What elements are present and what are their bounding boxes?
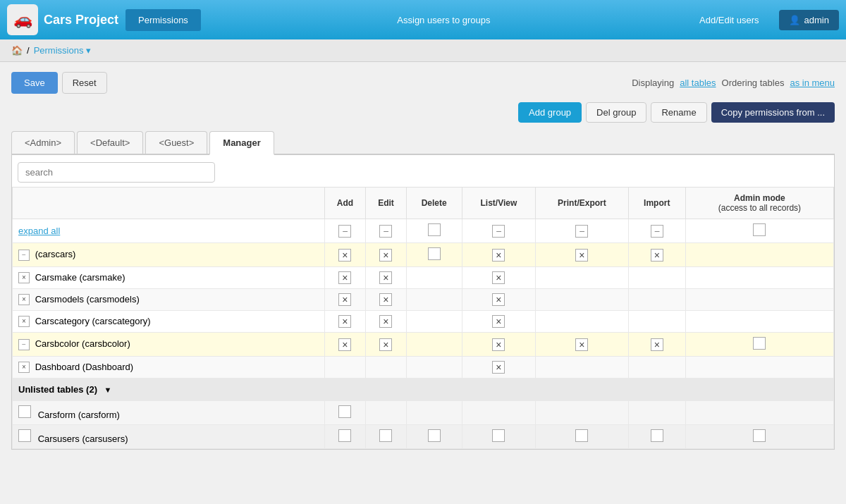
expand-import-cb[interactable] — [651, 225, 663, 238]
table-row: (carscars) — [13, 243, 834, 267]
row-listview-cb[interactable] — [492, 315, 505, 328]
row-add-cb[interactable] — [338, 429, 351, 442]
rename-button[interactable]: Rename — [651, 102, 706, 123]
row-icon — [18, 294, 30, 305]
breadcrumb-sep: / — [27, 45, 30, 56]
save-button[interactable]: Save — [11, 72, 58, 94]
row-import-cb[interactable] — [651, 338, 663, 351]
row-label: Carsusers (carsusers) — [38, 434, 128, 444]
tab-guest[interactable]: <Guest> — [145, 131, 207, 154]
table-row: Dashboard (Dashboard) — [13, 357, 834, 379]
row-edit-cb[interactable] — [379, 293, 392, 306]
tab-manager[interactable]: Manager — [209, 131, 274, 155]
expand-admin-cb[interactable] — [753, 223, 766, 236]
row-admin-cb[interactable] — [753, 337, 766, 350]
row-icon-cb[interactable] — [18, 405, 31, 418]
nav-permissions[interactable]: Permissions — [125, 9, 201, 31]
table-row: Carscategory (carscategory) — [13, 311, 834, 333]
row-label: Carsform (carsform) — [38, 410, 120, 420]
row-icon — [18, 272, 30, 283]
main-content: Save Reset Displaying all tables Orderin… — [0, 62, 846, 460]
ordering-label: Ordering tables — [722, 78, 785, 88]
nav-assign-users[interactable]: Assign users to groups — [384, 9, 503, 31]
all-tables-link[interactable]: all tables — [680, 78, 716, 88]
row-add-cb[interactable] — [338, 249, 351, 262]
row-listview-cb[interactable] — [492, 293, 505, 306]
expand-edit-cb[interactable] — [379, 225, 392, 238]
expand-add-cb[interactable] — [338, 225, 351, 238]
displaying-label: Displaying — [632, 78, 674, 88]
row-import-cb[interactable] — [651, 429, 663, 442]
home-icon[interactable]: 🏠 — [11, 45, 23, 56]
search-wrap — [12, 155, 834, 187]
row-listview-cb[interactable] — [492, 249, 505, 262]
table-row: Carsbcolor (carsbcolor) — [13, 333, 834, 357]
row-add-cb[interactable] — [338, 338, 351, 351]
row-listview-cb[interactable] — [492, 429, 505, 442]
expand-printexport-cb[interactable] — [575, 225, 588, 238]
row-icon — [18, 316, 30, 327]
tab-default[interactable]: <Default> — [77, 131, 143, 154]
row-icon — [18, 250, 30, 261]
col-header-admin: Admin mode(access to all records) — [685, 188, 833, 219]
row-delete-cb[interactable] — [428, 247, 441, 260]
row-label: Carscategory (carscategory) — [35, 316, 151, 326]
row-delete-cb[interactable] — [428, 429, 441, 442]
copy-permissions-button[interactable]: Copy permissions from ... — [711, 102, 835, 123]
col-header-table — [13, 188, 325, 219]
row-printexport-cb[interactable] — [575, 338, 588, 351]
row-printexport-cb[interactable] — [575, 429, 588, 442]
tab-admin[interactable]: <Admin> — [11, 131, 75, 154]
table-row: Carsform (carsform) — [13, 401, 834, 425]
user-icon: 👤 — [789, 15, 800, 25]
tab-bar: <Admin> <Default> <Guest> Manager — [11, 131, 835, 155]
row-icon-cb[interactable] — [18, 429, 31, 442]
row-label: Dashboard (Dashboard) — [35, 362, 133, 372]
col-header-delete: Delete — [406, 188, 462, 219]
admin-label: admin — [804, 15, 829, 25]
expand-listview-cb[interactable] — [492, 225, 505, 238]
row-listview-cb[interactable] — [492, 361, 505, 374]
row-label: Carsmodels (carsmodels) — [35, 294, 140, 305]
toolbar-left: Save Reset — [11, 72, 107, 94]
toolbar-right: Displaying all tables Ordering tables as… — [632, 78, 835, 88]
admin-menu[interactable]: 👤 admin — [779, 10, 839, 30]
row-label: Carsbcolor (carsbcolor) — [35, 338, 130, 349]
col-header-printexport: Print/Export — [536, 188, 629, 219]
del-group-button[interactable]: Del group — [586, 102, 646, 123]
row-icon — [18, 362, 30, 373]
breadcrumb: 🏠 / Permissions ▾ — [0, 39, 846, 62]
row-edit-cb[interactable] — [379, 315, 392, 328]
permissions-table: Add Edit Delete List/View Print/Export I… — [12, 187, 834, 449]
nav-center: Assign users to groups — [201, 9, 687, 31]
row-edit-cb[interactable] — [379, 271, 392, 284]
row-edit-cb[interactable] — [379, 338, 392, 351]
row-add-cb[interactable] — [338, 405, 351, 418]
row-admin-cb[interactable] — [753, 429, 766, 442]
row-import-cb[interactable] — [651, 249, 663, 262]
row-add-cb[interactable] — [338, 315, 351, 328]
add-group-button[interactable]: Add group — [518, 102, 582, 123]
row-edit-cb[interactable] — [379, 429, 392, 442]
logo-icon: 🚗 — [7, 4, 38, 35]
reset-button[interactable]: Reset — [62, 72, 107, 94]
row-printexport-cb[interactable] — [575, 249, 588, 262]
search-input[interactable] — [18, 162, 215, 183]
row-label: Carsmake (carsmake) — [35, 272, 125, 283]
nav-add-edit-users[interactable]: Add/Edit users — [687, 9, 772, 31]
row-icon — [18, 339, 30, 350]
row-add-cb[interactable] — [338, 293, 351, 306]
chevron-down-icon: ▼ — [104, 386, 112, 394]
row-listview-cb[interactable] — [492, 338, 505, 351]
row-listview-cb[interactable] — [492, 271, 505, 284]
expand-all-link[interactable]: expand all — [18, 226, 60, 236]
col-header-listview: List/View — [462, 188, 535, 219]
as-in-menu-link[interactable]: as in menu — [790, 78, 835, 88]
row-add-cb[interactable] — [338, 271, 351, 284]
row-edit-cb[interactable] — [379, 249, 392, 262]
breadcrumb-permissions-link[interactable]: Permissions ▾ — [34, 45, 91, 56]
expand-delete-cb[interactable] — [428, 223, 441, 236]
unlisted-tables-header: Unlisted tables (2) ▼ — [13, 379, 834, 401]
row-label: (carscars) — [35, 249, 76, 259]
col-header-add: Add — [324, 188, 366, 219]
